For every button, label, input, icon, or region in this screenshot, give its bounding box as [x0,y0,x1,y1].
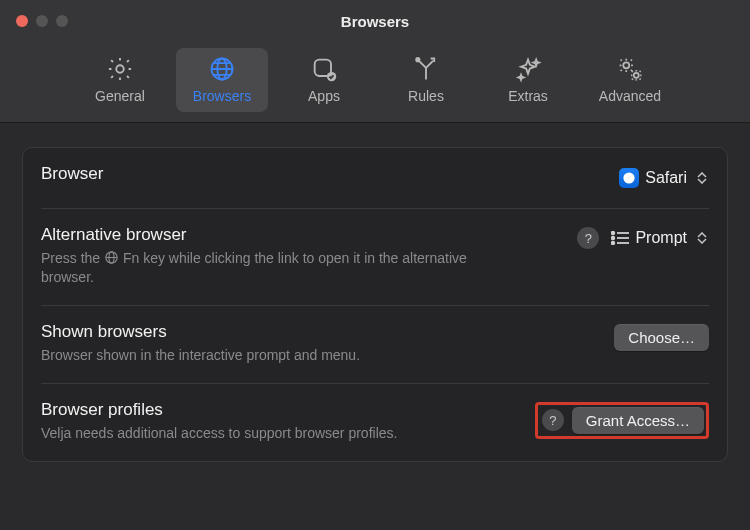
tab-browsers[interactable]: Browsers [176,48,268,112]
row-title: Browser [41,164,605,184]
list-icon [611,231,629,245]
choose-browsers-button[interactable]: Choose… [614,324,709,351]
preferences-toolbar: General Browsers Apps Rules Extras Advan… [0,42,750,123]
svg-point-6 [623,62,629,68]
row-title: Shown browsers [41,322,602,342]
tab-advanced[interactable]: Advanced [584,48,676,112]
tab-label: Browsers [193,88,251,104]
row-browser-profiles: Browser profiles Velja needs additional … [41,384,709,461]
svg-point-7 [634,73,639,78]
tab-rules[interactable]: Rules [380,48,472,112]
gears-icon [615,54,645,84]
row-title: Browser profiles [41,400,523,420]
help-button[interactable]: ? [577,227,599,249]
safari-icon [619,168,639,188]
row-shown-browsers: Shown browsers Browser shown in the inte… [41,306,709,384]
traffic-lights [0,15,68,27]
minimize-window-button[interactable] [36,15,48,27]
svg-point-5 [416,58,419,61]
row-description: Velja needs additional access to support… [41,424,481,443]
tab-apps[interactable]: Apps [278,48,370,112]
sparkles-icon [513,54,543,84]
annotation-highlight: ? Grant Access… [535,402,709,439]
gear-icon [105,54,135,84]
up-down-icon [697,232,707,244]
tab-label: Rules [408,88,444,104]
popup-value: Safari [645,169,687,187]
alt-browser-popup[interactable]: Prompt [609,227,709,249]
tab-label: General [95,88,145,104]
row-description: Browser shown in the interactive prompt … [41,346,481,365]
up-down-icon [697,172,707,184]
tab-extras[interactable]: Extras [482,48,574,112]
default-browser-popup[interactable]: Safari [617,166,709,190]
zoom-window-button[interactable] [56,15,68,27]
titlebar: Browsers [0,0,750,42]
row-browser: Browser Safari [41,148,709,209]
settings-panel: Browser Safari Alternative browser [22,147,728,462]
grant-access-button[interactable]: Grant Access… [572,407,704,434]
globe-inline-icon [104,250,119,265]
svg-point-12 [612,237,615,240]
svg-point-11 [612,232,615,235]
tab-label: Advanced [599,88,661,104]
tab-general[interactable]: General [74,48,166,112]
window-title: Browsers [0,13,750,30]
branch-icon [411,54,441,84]
app-badge-icon [309,54,339,84]
row-alternative-browser: Alternative browser Press the Fn key whi… [41,209,709,306]
tab-label: Apps [308,88,340,104]
row-title: Alternative browser [41,225,565,245]
content-area: Browser Safari Alternative browser [0,123,750,486]
svg-point-0 [116,65,123,72]
help-button[interactable]: ? [542,409,564,431]
tab-label: Extras [508,88,548,104]
row-description: Press the Fn key while clicking the link… [41,249,481,287]
popup-value: Prompt [635,229,687,247]
close-window-button[interactable] [16,15,28,27]
svg-point-13 [612,242,615,245]
globe-icon [207,54,237,84]
